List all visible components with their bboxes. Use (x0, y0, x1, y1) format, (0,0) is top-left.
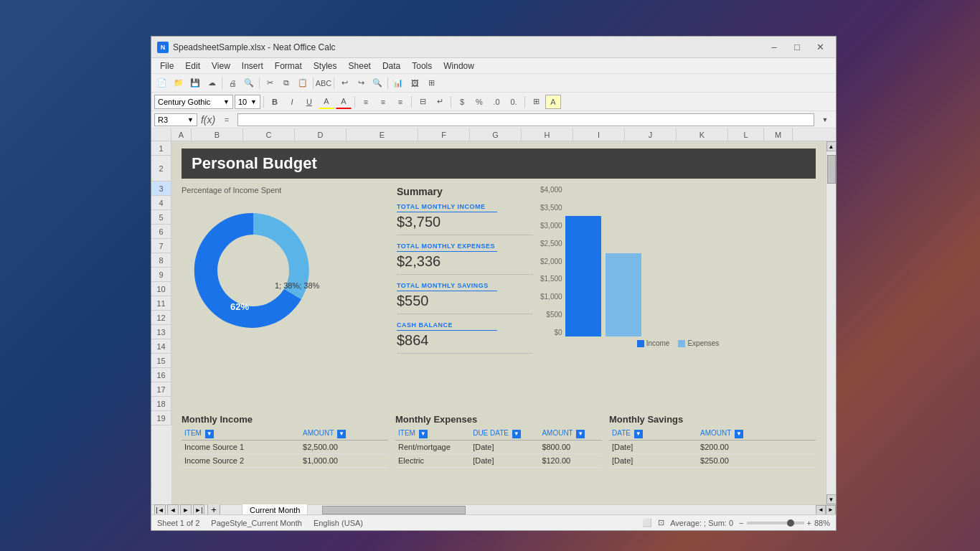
row-3[interactable]: 3 (151, 182, 171, 196)
scroll-right-button[interactable]: ► (826, 505, 836, 515)
col-header-l[interactable]: L (728, 128, 764, 141)
h-scroll-track[interactable] (308, 505, 816, 515)
income-amount-dropdown[interactable]: ▼ (337, 430, 346, 438)
maximize-button[interactable]: □ (787, 40, 807, 55)
scroll-up-button[interactable]: ▲ (826, 141, 837, 151)
save-remote-button[interactable]: ☁ (204, 76, 220, 90)
row-8[interactable]: 8 (151, 253, 171, 268)
font-color-button[interactable]: A (336, 95, 352, 109)
menu-sheet[interactable]: Sheet (343, 60, 377, 72)
cell-reference-box[interactable]: R3 ▼ (154, 113, 197, 126)
income-item-dropdown[interactable]: ▼ (205, 430, 214, 438)
menu-window[interactable]: Window (438, 60, 480, 72)
menu-insert[interactable]: Insert (236, 60, 269, 72)
vertical-scrollbar[interactable]: ▲ ▼ (826, 141, 836, 504)
scroll-down-button[interactable]: ▼ (826, 494, 837, 504)
redo-button[interactable]: ↪ (353, 76, 369, 90)
col-header-d[interactable]: D (295, 128, 347, 141)
wrap-text-button[interactable]: ↵ (432, 95, 448, 109)
formula-expand-button[interactable]: ▼ (817, 113, 833, 127)
menu-format[interactable]: Format (269, 60, 308, 72)
col-header-k[interactable]: K (677, 128, 728, 141)
zoom-slider[interactable] (747, 522, 804, 524)
row-16[interactable]: 16 (151, 368, 171, 382)
col-header-f[interactable]: F (418, 128, 470, 141)
savings-date-dropdown[interactable]: ▼ (634, 430, 643, 438)
print-button[interactable]: 🖨 (225, 76, 240, 90)
function-wizard-button[interactable]: f(x) (200, 113, 216, 127)
add-sheet-button[interactable]: + (207, 504, 220, 515)
paste-button[interactable]: 📋 (295, 76, 311, 90)
font-size-box[interactable]: 10 ▼ (235, 95, 260, 109)
new-button[interactable]: 📄 (154, 76, 170, 90)
view-normal-icon[interactable]: ⬜ (642, 518, 652, 527)
copy-button[interactable]: ⧉ (278, 76, 294, 90)
insert-chart-button[interactable]: 📊 (390, 76, 406, 90)
row-11[interactable]: 11 (151, 296, 171, 311)
scroll-thumb[interactable] (827, 155, 836, 184)
merge-cells-button[interactable]: ⊟ (415, 95, 430, 109)
col-header-b[interactable]: B (192, 128, 243, 141)
last-sheet-button[interactable]: ►| (193, 504, 204, 515)
scroll-track[interactable] (826, 151, 837, 494)
underline-button[interactable]: U (301, 95, 317, 109)
undo-button[interactable]: ↩ (336, 76, 352, 90)
expenses-duedate-dropdown[interactable]: ▼ (512, 430, 521, 438)
row-13[interactable]: 13 (151, 325, 171, 339)
col-header-g[interactable]: G (470, 128, 522, 141)
h-scroll-thumb[interactable] (322, 506, 466, 514)
zoom-thumb[interactable] (787, 519, 794, 527)
decimal-decrease-button[interactable]: 0. (506, 95, 522, 109)
zoom-out-button[interactable]: − (739, 519, 743, 527)
font-name-box[interactable]: Century Gothic ▼ (154, 95, 233, 109)
row-4[interactable]: 4 (151, 196, 171, 210)
row-17[interactable]: 17 (151, 382, 171, 397)
col-header-h[interactable]: H (522, 128, 573, 141)
menu-file[interactable]: File (154, 60, 179, 72)
decimal-increase-button[interactable]: .0 (489, 95, 504, 109)
highlight-button[interactable]: A (319, 95, 334, 109)
menu-tools[interactable]: Tools (406, 60, 438, 72)
zoom-in-button[interactable]: + (807, 519, 811, 527)
first-sheet-button[interactable]: |◄ (154, 504, 166, 515)
align-center-button[interactable]: ≡ (375, 95, 391, 109)
align-left-button[interactable]: ≡ (358, 95, 374, 109)
col-header-c[interactable]: C (243, 128, 295, 141)
row-15[interactable]: 15 (151, 354, 171, 368)
search-button[interactable]: 🔍 (369, 76, 385, 90)
equals-button[interactable]: = (219, 113, 235, 127)
close-button[interactable]: ✕ (810, 40, 830, 55)
row-10[interactable]: 10 (151, 282, 171, 296)
cut-button[interactable]: ✂ (262, 76, 278, 90)
borders-button[interactable]: ⊞ (528, 95, 544, 109)
spellcheck-button[interactable]: ABC (316, 76, 331, 90)
menu-edit[interactable]: Edit (179, 60, 206, 72)
print-preview-button[interactable]: 🔍 (241, 76, 257, 90)
row-18[interactable]: 18 (151, 397, 171, 411)
row-14[interactable]: 14 (151, 339, 171, 354)
row-19[interactable]: 19 (151, 411, 171, 425)
row-6[interactable]: 6 (151, 225, 171, 239)
row-12[interactable]: 12 (151, 311, 171, 325)
row-1[interactable]: 1 (151, 141, 171, 156)
insert-table-button[interactable]: ⊞ (423, 76, 439, 90)
open-button[interactable]: 📁 (171, 76, 187, 90)
save-button[interactable]: 💾 (187, 76, 203, 90)
savings-amount-dropdown[interactable]: ▼ (735, 430, 743, 438)
row-5[interactable]: 5 (151, 210, 171, 225)
prev-sheet-button[interactable]: ◄ (167, 504, 179, 515)
currency-button[interactable]: $ (454, 95, 470, 109)
view-pagebreak-icon[interactable]: ⊡ (658, 518, 664, 527)
scroll-left-button[interactable]: ◄ (816, 505, 826, 515)
sheet-tab-current-month[interactable]: Current Month (242, 504, 308, 514)
col-header-m[interactable]: M (764, 128, 793, 141)
row-2[interactable]: 2 (151, 156, 171, 182)
col-header-e[interactable]: E (347, 128, 418, 141)
minimize-button[interactable]: – (764, 40, 784, 55)
expenses-item-dropdown[interactable]: ▼ (419, 430, 428, 438)
col-header-i[interactable]: I (573, 128, 625, 141)
insert-image-button[interactable]: 🖼 (407, 76, 423, 90)
menu-data[interactable]: Data (377, 60, 406, 72)
percent-button[interactable]: % (471, 95, 487, 109)
align-right-button[interactable]: ≡ (392, 95, 408, 109)
